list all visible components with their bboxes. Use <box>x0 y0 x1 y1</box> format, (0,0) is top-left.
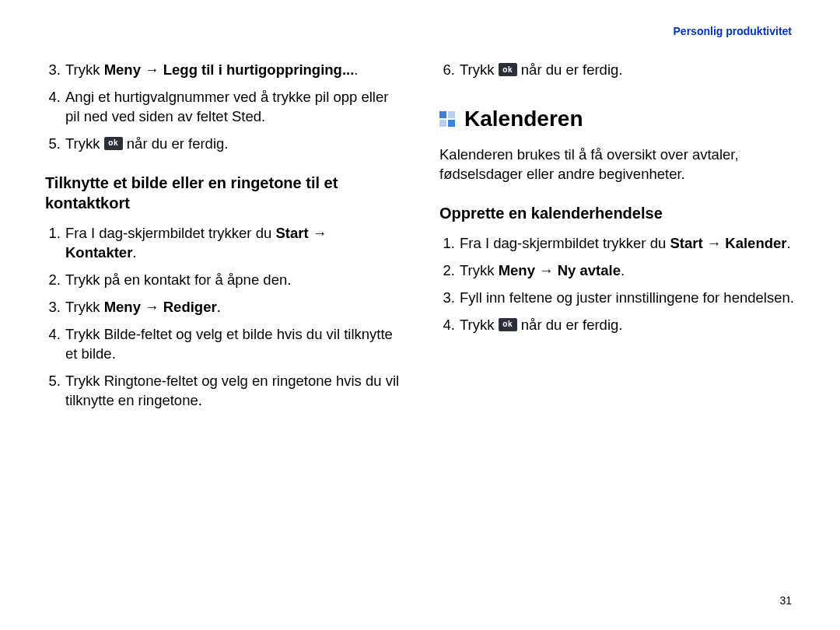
text: . <box>787 235 791 251</box>
list-text: Fyll inn feltene og juster innstillingen… <box>460 289 795 308</box>
list-item: 2. Trykk på en kontakt for å åpne den. <box>45 271 401 290</box>
ok-icon <box>104 137 123 150</box>
text: . <box>132 244 136 261</box>
left-column: 3. Trykk Meny → Legg til i hurtigoppring… <box>45 61 401 418</box>
list-number: 2. <box>45 271 65 290</box>
list-item: 5. Trykk når du er ferdig. <box>45 135 401 154</box>
ok-icon <box>499 318 517 331</box>
page-number: 31 <box>779 594 792 607</box>
text: når du er ferdig. <box>517 61 623 78</box>
list-item: 3. Trykk Meny → Rediger. <box>45 298 401 317</box>
list-number: 4. <box>45 88 65 127</box>
list-number: 1. <box>439 234 460 254</box>
text: . <box>217 299 221 315</box>
left-list-a: 3. Trykk Meny → Legg til i hurtigoppring… <box>45 61 401 154</box>
svg-rect-1 <box>448 111 455 118</box>
svg-rect-3 <box>448 120 455 127</box>
list-number: 3. <box>45 298 65 317</box>
text: Trykk <box>65 135 104 152</box>
svg-rect-0 <box>439 111 446 118</box>
list-item: 4. Angi et hurtigvalgnummer ved å trykke… <box>45 88 401 127</box>
list-text: Angi et hurtigvalgnummer ved å trykke pi… <box>65 88 401 127</box>
svg-rect-2 <box>439 120 446 127</box>
bold-text: Meny → Legg til i hurtigoppringing... <box>104 61 355 78</box>
list-number: 6. <box>439 61 460 80</box>
text: Trykk <box>460 61 499 78</box>
list-item: 4. Trykk Bilde-feltet og velg et bilde h… <box>45 325 401 364</box>
list-number: 4. <box>45 325 65 364</box>
list-text: Trykk Meny → Legg til i hurtigoppringing… <box>65 61 401 80</box>
text: Fra I dag-skjermbildet trykker du <box>65 225 275 241</box>
subheading-create-event: Opprette en kalenderhendelse <box>439 203 795 223</box>
list-text: Fra I dag-skjermbildet trykker du Start … <box>460 234 795 254</box>
header-section-link[interactable]: Personlig produktivitet <box>674 25 792 37</box>
list-text: Trykk Ringtone-feltet og velg en ringeto… <box>65 372 401 411</box>
list-text: Trykk Bilde-feltet og velg et bilde hvis… <box>65 325 401 364</box>
text: . <box>354 61 358 78</box>
bold-text: Meny → Ny avtale <box>499 262 621 278</box>
list-number: 3. <box>45 61 65 80</box>
ok-icon <box>499 63 517 76</box>
list-item: 5. Trykk Ringtone-feltet og velg en ring… <box>45 372 401 411</box>
squares-icon <box>439 111 455 127</box>
section-heading-text: Kalenderen <box>464 107 583 131</box>
list-number: 2. <box>439 261 460 281</box>
list-number: 3. <box>439 289 460 308</box>
list-text: Trykk Meny → Ny avtale. <box>460 261 795 281</box>
text: når du er ferdig. <box>517 317 623 333</box>
right-list-top: 6. Trykk når du er ferdig. <box>439 61 795 80</box>
list-text: Trykk Meny → Rediger. <box>65 298 401 317</box>
section-heading-calendar: Kalenderen <box>439 107 795 131</box>
list-text: Trykk på en kontakt for å åpne den. <box>65 271 401 290</box>
list-item: 4. Trykk når du er ferdig. <box>439 316 795 335</box>
list-item: 1. Fra I dag-skjermbildet trykker du Sta… <box>439 234 795 254</box>
bold-text: Meny → Rediger <box>104 299 217 315</box>
text: Trykk <box>65 299 104 315</box>
two-column-layout: 3. Trykk Meny → Legg til i hurtigoppring… <box>45 61 795 418</box>
list-item: 2. Trykk Meny → Ny avtale. <box>439 261 795 281</box>
text: Fra I dag-skjermbildet trykker du <box>460 235 670 251</box>
list-text: Fra I dag-skjermbildet trykker du Start … <box>65 224 401 263</box>
calendar-intro: Kalenderen brukes til å få oversikt over… <box>439 145 795 184</box>
text: når du er ferdig. <box>123 135 229 152</box>
subheading-attach-image-ringtone: Tilknytte et bilde eller en ringetone ti… <box>45 173 401 213</box>
left-list-b: 1. Fra I dag-skjermbildet trykker du Sta… <box>45 224 401 411</box>
text: Trykk <box>460 262 499 278</box>
text: . <box>621 262 625 278</box>
bold-text: Start → Kalender <box>670 235 786 251</box>
list-item: 6. Trykk når du er ferdig. <box>439 61 795 80</box>
text: Trykk <box>460 317 499 333</box>
list-number: 5. <box>45 372 65 411</box>
list-item: 1. Fra I dag-skjermbildet trykker du Sta… <box>45 224 401 263</box>
text: Trykk <box>65 61 104 78</box>
list-item: 3. Fyll inn feltene og juster innstillin… <box>439 289 795 308</box>
list-number: 5. <box>45 135 65 154</box>
list-text: Trykk når du er ferdig. <box>460 61 795 80</box>
list-text: Trykk når du er ferdig. <box>65 135 401 154</box>
page: Personlig produktivitet 3. Trykk Meny → … <box>0 0 840 630</box>
list-number: 4. <box>439 316 460 335</box>
right-list-b: 1. Fra I dag-skjermbildet trykker du Sta… <box>439 234 795 335</box>
list-item: 3. Trykk Meny → Legg til i hurtigoppring… <box>45 61 401 80</box>
list-number: 1. <box>45 224 65 263</box>
list-text: Trykk når du er ferdig. <box>460 316 795 335</box>
right-column: 6. Trykk når du er ferdig. Kalenderen <box>439 61 795 418</box>
